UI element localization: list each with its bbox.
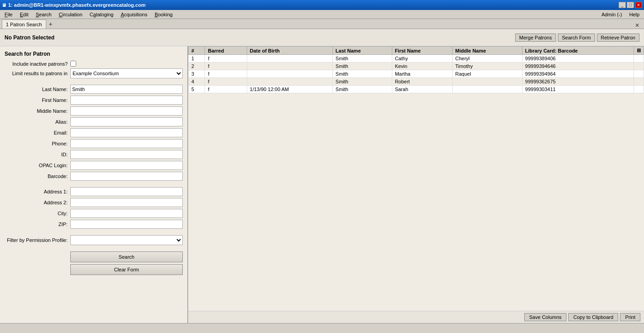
col-middle: Middle Name bbox=[452, 47, 522, 55]
include-inactive-row: Include inactive patrons? bbox=[5, 61, 183, 67]
tab-close-button[interactable]: ✕ bbox=[632, 22, 642, 29]
limit-results-label: Limit results to patrons in bbox=[5, 71, 70, 76]
table-cell: Smith bbox=[332, 70, 392, 78]
address2-input[interactable] bbox=[70, 198, 183, 207]
last-name-input[interactable] bbox=[70, 85, 183, 94]
menu-circulation[interactable]: Circulation bbox=[55, 11, 86, 18]
table-cell: 2 bbox=[189, 63, 205, 70]
table-cell: 4 bbox=[189, 78, 205, 86]
table-cell: 99999362675 bbox=[522, 78, 634, 86]
limit-results-select[interactable]: Example Consortium bbox=[70, 68, 183, 78]
city-label: City: bbox=[5, 211, 70, 216]
search-button-label: Search bbox=[119, 254, 135, 260]
bottom-bar: Save Columns Copy to Clipboard Print bbox=[188, 311, 644, 323]
phone-input[interactable] bbox=[70, 139, 183, 148]
table-cell: Raquel bbox=[452, 70, 522, 78]
minimize-button[interactable]: _ bbox=[619, 2, 626, 8]
clear-form-button[interactable]: Clear Form bbox=[70, 264, 183, 275]
table-row[interactable]: 3fSmithMarthaRaquel99999394964 bbox=[189, 70, 644, 78]
save-columns-button[interactable]: Save Columns bbox=[524, 313, 567, 321]
merge-patrons-button[interactable]: Merge Patrons bbox=[515, 34, 556, 42]
email-label: Email: bbox=[5, 130, 70, 135]
table-cell: 1/13/90 12:00 AM bbox=[247, 86, 332, 93]
status-bar bbox=[0, 323, 644, 331]
include-inactive-checkbox[interactable] bbox=[70, 61, 76, 67]
table-cell: 3 bbox=[189, 70, 205, 78]
alias-input[interactable] bbox=[70, 117, 183, 126]
title-bar: 🖥 1: admin@BR1-winxpvmfx.phasefx.evergre… bbox=[0, 0, 644, 10]
menu-search[interactable]: Search bbox=[32, 11, 55, 18]
close-button[interactable]: ✕ bbox=[635, 2, 642, 8]
menu-admin[interactable]: Admin (-) bbox=[598, 11, 625, 18]
retrieve-patron-button[interactable]: Retrieve Patron bbox=[597, 34, 639, 42]
title-bar-title: 1: admin@BR1-winxpvmfx.phasefx.evergreen… bbox=[8, 2, 146, 8]
no-patron-label: No Patron Selected bbox=[5, 34, 54, 41]
table-cell: Kevin bbox=[392, 63, 452, 70]
col-expand[interactable]: ⊞ bbox=[634, 47, 644, 55]
table-cell: Smith bbox=[332, 86, 392, 93]
table-cell bbox=[634, 78, 644, 86]
table-row[interactable]: 2fSmithKevinTimothy99999394646 bbox=[189, 63, 644, 70]
limit-results-row: Limit results to patrons in Example Cons… bbox=[5, 68, 183, 78]
id-input[interactable] bbox=[70, 150, 183, 159]
city-input[interactable] bbox=[70, 209, 183, 218]
table-row[interactable]: 1fSmithCathyCheryl99999389406 bbox=[189, 55, 644, 63]
menu-cataloging[interactable]: Cataloging bbox=[86, 11, 117, 18]
search-form-button[interactable]: Search Form bbox=[558, 34, 595, 42]
last-name-row: Last Name: bbox=[5, 85, 183, 94]
results-table-wrapper[interactable]: # Barred Date of Birth Last Name First N… bbox=[188, 46, 644, 311]
table-cell bbox=[634, 86, 644, 93]
menu-help[interactable]: Help bbox=[625, 11, 643, 18]
include-inactive-label: Include inactive patrons? bbox=[5, 61, 70, 67]
barcode-label: Barcode: bbox=[5, 174, 70, 179]
menu-bar: File Edit Search Circulation Cataloging … bbox=[0, 10, 644, 19]
first-name-row: First Name: bbox=[5, 96, 183, 105]
col-dob: Date of Birth bbox=[247, 47, 332, 55]
app-icon: 🖥 bbox=[2, 3, 6, 8]
tab-patron-search[interactable]: 1 Patron Search bbox=[2, 19, 46, 29]
results-table-header-row: # Barred Date of Birth Last Name First N… bbox=[189, 47, 644, 55]
address1-label: Address 1: bbox=[5, 189, 70, 194]
table-cell: f bbox=[205, 86, 247, 93]
maximize-button[interactable]: □ bbox=[627, 2, 634, 8]
table-cell bbox=[247, 55, 332, 63]
search-panel-title: Search for Patron bbox=[5, 51, 183, 57]
menu-file[interactable]: File bbox=[1, 11, 16, 18]
results-tbody: 1fSmithCathyCheryl999993894062fSmithKevi… bbox=[189, 55, 644, 93]
alias-row: Alias: bbox=[5, 117, 183, 126]
opac-login-input[interactable] bbox=[70, 161, 183, 170]
alias-label: Alias: bbox=[5, 119, 70, 125]
content-split: Search for Patron Include inactive patro… bbox=[0, 46, 644, 323]
table-cell: Smith bbox=[332, 78, 392, 86]
menu-edit[interactable]: Edit bbox=[16, 11, 32, 18]
print-button[interactable]: Print bbox=[620, 313, 640, 321]
table-cell: f bbox=[205, 63, 247, 70]
barcode-row: Barcode: bbox=[5, 172, 183, 181]
table-row[interactable]: 4fSmithRobert99999362675 bbox=[189, 78, 644, 86]
first-name-input[interactable] bbox=[70, 96, 183, 105]
permission-profile-select[interactable] bbox=[70, 235, 183, 245]
table-cell: 5 bbox=[189, 86, 205, 93]
first-name-label: First Name: bbox=[5, 97, 70, 103]
zip-input[interactable] bbox=[70, 220, 183, 229]
table-cell: f bbox=[205, 78, 247, 86]
address2-row: Address 2: bbox=[5, 198, 183, 207]
address1-input[interactable] bbox=[70, 187, 183, 196]
table-cell: 99999394646 bbox=[522, 63, 634, 70]
col-num: # bbox=[189, 47, 205, 55]
search-button[interactable]: Search bbox=[70, 251, 183, 262]
copy-to-clipboard-button[interactable]: Copy to Clipboard bbox=[568, 313, 618, 321]
address1-row: Address 1: bbox=[5, 187, 183, 196]
menu-booking[interactable]: Booking bbox=[151, 11, 176, 18]
main-content: No Patron Selected Merge Patrons Search … bbox=[0, 29, 644, 323]
middle-name-input[interactable] bbox=[70, 106, 183, 116]
table-cell bbox=[247, 70, 332, 78]
search-panel: Search for Patron Include inactive patro… bbox=[0, 46, 188, 323]
menu-acquisitions[interactable]: Acquisitions bbox=[117, 11, 151, 18]
table-row[interactable]: 5f1/13/90 12:00 AMSmithSarah99999303411 bbox=[189, 86, 644, 93]
tab-add-button[interactable]: + bbox=[46, 19, 55, 29]
tab-patron-search-label: 1 Patron Search bbox=[6, 22, 42, 27]
email-input[interactable] bbox=[70, 128, 183, 137]
barcode-input[interactable] bbox=[70, 172, 183, 181]
city-row: City: bbox=[5, 209, 183, 218]
